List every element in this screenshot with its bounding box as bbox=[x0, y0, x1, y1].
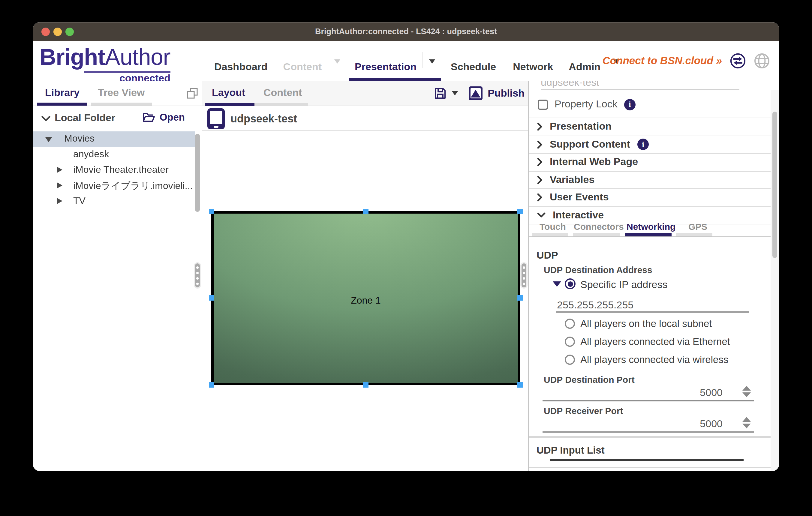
udp-input-list-underline[interactable] bbox=[550, 459, 744, 461]
chevron-down-icon bbox=[537, 213, 546, 218]
udp-ip-input[interactable]: 255.255.255.255 bbox=[557, 299, 634, 311]
tab-content[interactable]: Content bbox=[263, 87, 302, 99]
resize-handle-se[interactable] bbox=[517, 382, 523, 388]
radio-local-subnet-label: All players on the local subnet bbox=[580, 318, 712, 329]
tab-gps[interactable]: GPS bbox=[688, 221, 707, 232]
chevron-down-icon[interactable] bbox=[334, 59, 340, 64]
nav-content-group[interactable]: Content bbox=[276, 33, 347, 81]
minimize-icon[interactable] bbox=[53, 27, 62, 36]
tree-collapse-icon[interactable] bbox=[57, 198, 62, 204]
section-presentation[interactable]: Presentation bbox=[529, 118, 771, 136]
open-button[interactable]: Open bbox=[142, 112, 185, 123]
nav-separator bbox=[328, 52, 328, 68]
open-label: Open bbox=[160, 112, 185, 123]
udp-destination-address-label: UDP Destination Address bbox=[544, 265, 652, 275]
section-user-events[interactable]: User Events bbox=[529, 189, 771, 207]
transfer-arrows-icon[interactable] bbox=[730, 53, 746, 69]
property-lock-label: Property Lock bbox=[554, 98, 617, 111]
udp-destination-port-label: UDP Destination Port bbox=[544, 374, 635, 385]
radio-specific-ip[interactable] bbox=[565, 278, 576, 289]
publish-button[interactable]: Publish bbox=[488, 87, 525, 99]
presentation-name: udpseek-test bbox=[230, 113, 297, 125]
library-scrollbar[interactable] bbox=[195, 134, 200, 212]
resize-handle-s[interactable] bbox=[363, 382, 369, 388]
tab-connectors[interactable]: Connectors bbox=[574, 221, 624, 232]
stepper-down-icon[interactable] bbox=[743, 424, 751, 428]
tree-label: anydesk bbox=[73, 149, 109, 160]
close-icon[interactable] bbox=[41, 27, 50, 36]
publish-image-icon[interactable] bbox=[468, 86, 483, 101]
zone-1[interactable]: Zone 1 bbox=[211, 211, 520, 385]
inspector-scrollbar-thumb[interactable] bbox=[773, 112, 777, 258]
right-splitter-handle[interactable] bbox=[520, 262, 527, 289]
tab-layout-indicator bbox=[205, 103, 257, 106]
section-variables[interactable]: Variables bbox=[529, 171, 771, 189]
tab-library[interactable]: Library bbox=[45, 87, 80, 99]
editor-toolbar: Layout Content bbox=[202, 81, 528, 106]
chevron-right-icon bbox=[537, 141, 543, 149]
info-icon[interactable]: i bbox=[624, 99, 636, 110]
chevron-down-icon[interactable] bbox=[41, 116, 50, 122]
tab-tree-view[interactable]: Tree View bbox=[98, 87, 145, 99]
radio-local-subnet[interactable] bbox=[565, 318, 575, 329]
nav-dashboard[interactable]: Dashboard bbox=[206, 33, 276, 81]
panels-icon[interactable] bbox=[187, 88, 198, 99]
tab-touch[interactable]: Touch bbox=[540, 221, 566, 232]
nav-presentation[interactable]: Presentation bbox=[355, 61, 416, 73]
chevron-down-icon[interactable] bbox=[429, 59, 435, 64]
header-right: Connect to BSN.cloud » bbox=[602, 41, 770, 83]
stepper-up-icon[interactable] bbox=[743, 417, 751, 422]
tab-networking[interactable]: Networking bbox=[627, 221, 675, 232]
zoom-icon[interactable] bbox=[65, 27, 74, 36]
section-internal-web-page[interactable]: Internal Web Page bbox=[529, 154, 771, 171]
collapse-icon[interactable] bbox=[553, 281, 561, 287]
toolbar-separator bbox=[462, 84, 463, 102]
receiver-port-stepper[interactable] bbox=[743, 417, 751, 428]
logo-author: Author bbox=[105, 44, 170, 70]
resize-handle-n[interactable] bbox=[363, 209, 369, 214]
field-underline bbox=[543, 431, 754, 432]
floppy-save-icon[interactable] bbox=[433, 86, 447, 100]
tree-row-imovie-library[interactable]: iMovieライブラリ.imovieli... bbox=[33, 178, 202, 194]
nav-schedule[interactable]: Schedule bbox=[442, 33, 504, 81]
tab-layout[interactable]: Layout bbox=[212, 87, 245, 99]
radio-via-wireless[interactable] bbox=[565, 355, 575, 365]
left-splitter-handle[interactable] bbox=[194, 262, 201, 289]
nav-content[interactable]: Content bbox=[283, 61, 322, 73]
section-support-content[interactable]: Support Content i bbox=[529, 136, 771, 154]
resize-handle-ne[interactable] bbox=[517, 209, 523, 214]
resize-handle-e[interactable] bbox=[517, 295, 523, 301]
resize-handle-sw[interactable] bbox=[209, 382, 214, 388]
tree-row-movies[interactable]: Movies bbox=[33, 131, 195, 147]
property-lock-checkbox[interactable] bbox=[538, 99, 548, 110]
info-icon[interactable]: i bbox=[637, 139, 649, 150]
section-label: Presentation bbox=[550, 121, 612, 133]
tree-row-imovie-theater[interactable]: iMovie Theater.theater bbox=[33, 162, 202, 178]
tree-row-tv[interactable]: TV bbox=[33, 194, 202, 209]
presentation-name-value: udpseek-test bbox=[541, 81, 739, 89]
inspector-scrollbar-track[interactable] bbox=[771, 90, 779, 471]
globe-icon[interactable] bbox=[754, 53, 770, 69]
open-folder-icon bbox=[142, 112, 155, 123]
connect-bsn-link[interactable]: Connect to BSN.cloud » bbox=[602, 55, 722, 67]
udp-receiver-port-input[interactable]: 5000 bbox=[657, 418, 723, 430]
resize-handle-w[interactable] bbox=[209, 295, 214, 301]
tree-label: Movies bbox=[64, 133, 94, 144]
nav-network[interactable]: Network bbox=[504, 33, 561, 81]
tree-collapse-icon[interactable] bbox=[57, 182, 62, 188]
radio-via-ethernet[interactable] bbox=[565, 337, 575, 347]
udp-destination-port-input[interactable]: 5000 bbox=[657, 387, 723, 399]
desktop-background: BrightAuthor:connected - LS424 : udpseek… bbox=[0, 0, 812, 516]
tree-collapse-icon[interactable] bbox=[57, 167, 62, 173]
stepper-down-icon[interactable] bbox=[743, 392, 751, 397]
tree-row-anydesk[interactable]: anydesk bbox=[33, 147, 202, 162]
nav-presentation-group[interactable]: Presentation bbox=[347, 33, 442, 81]
nav-admin[interactable]: Admin bbox=[569, 61, 601, 73]
stepper-up-icon[interactable] bbox=[743, 386, 751, 391]
destination-port-stepper[interactable] bbox=[743, 386, 751, 397]
save-options-chevron-icon[interactable] bbox=[452, 91, 458, 95]
presentation-name-field[interactable]: udpseek-test bbox=[541, 81, 739, 90]
resize-handle-nw[interactable] bbox=[209, 209, 214, 214]
presentation-name-row: udpseek-test bbox=[207, 108, 297, 130]
tree-expand-icon[interactable] bbox=[45, 137, 52, 142]
